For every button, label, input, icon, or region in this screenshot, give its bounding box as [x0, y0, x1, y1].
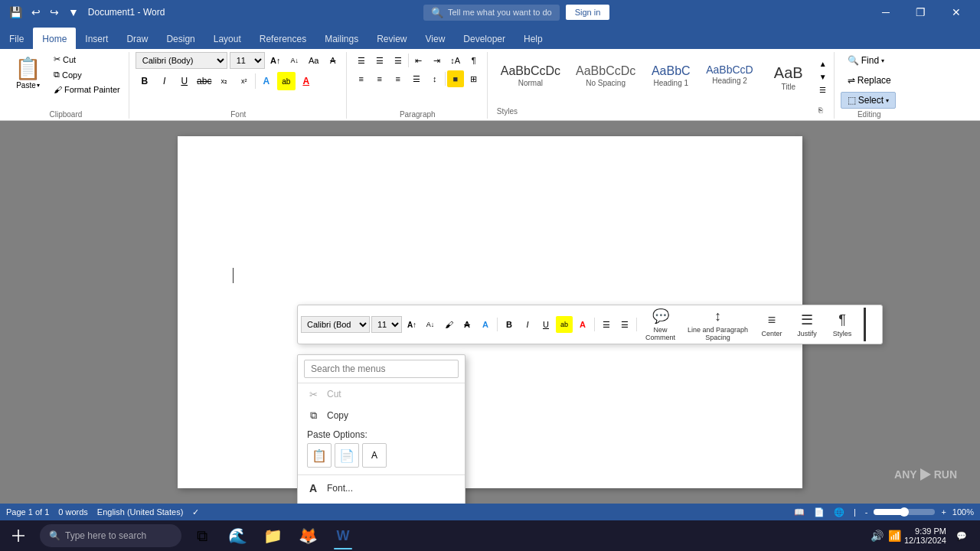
align-right-button[interactable]: ≡ [390, 70, 407, 87]
style-normal[interactable]: AaBbCcDc Normal [494, 60, 567, 94]
word-button[interactable]: W [325, 520, 361, 551]
tab-mailings[interactable]: Mailings [315, 28, 368, 49]
style-heading2[interactable]: AaBbCcD Heading 2 [699, 60, 760, 94]
context-copy[interactable]: ⧉ Copy [298, 405, 465, 426]
mt-bold-button[interactable]: B [501, 316, 518, 333]
shading-button[interactable]: ■ [447, 70, 464, 87]
multilevel-button[interactable]: ☰ [390, 52, 407, 69]
mt-new-comment-button[interactable]: 💬 NewComment [640, 308, 681, 341]
styles-scroll-down[interactable]: ▼ [817, 71, 829, 83]
tab-review[interactable]: Review [368, 28, 416, 49]
change-case-button[interactable]: Aa [305, 52, 322, 69]
network-icon[interactable]: 📶 [888, 530, 901, 542]
clear-format-button[interactable]: A [325, 52, 341, 69]
tab-file[interactable]: File [0, 28, 33, 49]
tab-view[interactable]: View [416, 28, 455, 49]
paste-icon-btn-3[interactable]: A [362, 443, 387, 468]
mt-clear-format-button[interactable]: A [459, 316, 475, 333]
mt-underline-button[interactable]: U [537, 316, 554, 333]
mt-highlight-button[interactable]: ab [556, 316, 573, 333]
zoom-in-button[interactable]: + [938, 507, 949, 517]
cut-button[interactable]: ✂ Cut [50, 52, 124, 67]
paste-icon-btn-2[interactable]: 📄 [335, 443, 359, 468]
mt-italic-button[interactable]: I [519, 316, 536, 333]
edge-button[interactable]: 🌊 [220, 520, 255, 551]
mt-text-effects-button[interactable]: A [477, 316, 494, 333]
bold-button[interactable]: B [136, 72, 154, 90]
minimize-button[interactable]: ─ [868, 0, 903, 24]
close-button[interactable]: ✕ [939, 0, 974, 24]
taskview-button[interactable]: ⧉ [185, 520, 220, 551]
paste-button[interactable]: 📋 Paste ▾ [8, 52, 48, 109]
print-layout-button[interactable]: 📄 [811, 507, 828, 517]
italic-button[interactable]: I [155, 72, 174, 90]
web-view-button[interactable]: 🌐 [831, 507, 848, 517]
styles-expand[interactable]: ☰ [817, 84, 829, 96]
tab-layout[interactable]: Layout [204, 28, 250, 49]
styles-scroll-up[interactable]: ▲ [817, 58, 829, 70]
notification-button[interactable]: 💬 [949, 520, 974, 551]
sort-button[interactable]: ↕A [447, 52, 464, 69]
underline-button[interactable]: U [175, 72, 194, 90]
align-left-button[interactable]: ≡ [353, 70, 370, 87]
justify-button[interactable]: ☰ [408, 70, 425, 87]
highlight-button[interactable]: ab [277, 72, 296, 90]
restore-button[interactable]: ❐ [903, 0, 939, 24]
firefox-button[interactable]: 🦊 [290, 520, 325, 551]
mt-font-select[interactable]: Calibri (Bod [301, 316, 370, 333]
tab-developer[interactable]: Developer [454, 28, 514, 49]
context-font[interactable]: A Font... [298, 478, 465, 499]
font-grow-button[interactable]: A↑ [267, 52, 284, 69]
replace-button[interactable]: ⇌ Replace [841, 72, 898, 89]
font-shrink-button[interactable]: A↓ [286, 52, 303, 69]
superscript-button[interactable]: x² [235, 72, 253, 90]
context-cut[interactable]: ✂ Cut [298, 383, 465, 405]
zoom-out-button[interactable]: - [862, 507, 871, 517]
font-size-select[interactable]: 11 [230, 52, 265, 69]
tab-references[interactable]: References [250, 28, 315, 49]
mt-styles-button[interactable]: ¶ Styles [825, 308, 859, 341]
line-spacing-button[interactable]: ↕ [426, 70, 443, 87]
mt-shrink-button[interactable]: A↓ [422, 316, 439, 333]
customize-button[interactable]: ▼ [65, 5, 82, 20]
show-hide-button[interactable]: ¶ [466, 52, 482, 69]
document-area[interactable]: Calibri (Bod 11 A↑ A↓ 🖌 A A B I U ab A ☰… [0, 121, 980, 504]
volume-icon[interactable]: 🔊 [871, 530, 884, 542]
redo-button[interactable]: ↪ [47, 5, 62, 20]
borders-button[interactable]: ⊞ [466, 70, 482, 87]
taskbar-search[interactable]: 🔍 [40, 524, 181, 547]
strikethrough-button[interactable]: abc [195, 72, 214, 90]
mt-justify-button[interactable]: ☰ Justify [790, 308, 824, 341]
tab-draw[interactable]: Draw [117, 28, 157, 49]
read-mode-button[interactable]: 📖 [791, 507, 808, 517]
explorer-button[interactable]: 📁 [255, 520, 290, 551]
tab-design[interactable]: Design [157, 28, 204, 49]
taskbar-search-input[interactable] [65, 530, 172, 541]
start-button[interactable] [0, 520, 37, 551]
decrease-indent-button[interactable]: ⇤ [410, 52, 427, 69]
mt-size-select[interactable]: 11 [371, 316, 402, 333]
tell-me-input[interactable]: Tell me what you want to do [448, 8, 552, 17]
align-center-button[interactable]: ≡ [371, 70, 388, 87]
text-effects-button[interactable]: A [257, 72, 276, 90]
copy-button[interactable]: ⧉ Copy [50, 67, 124, 82]
mt-grow-button[interactable]: A↑ [403, 316, 420, 333]
mt-format-painter-button[interactable]: 🖌 [440, 316, 457, 333]
bullets-button[interactable]: ☰ [353, 52, 370, 69]
context-paragraph[interactable]: ¶ Paragraph... [298, 499, 465, 504]
select-button[interactable]: ⬚ Select ▾ [841, 92, 896, 109]
tab-insert[interactable]: Insert [76, 28, 117, 49]
undo-button[interactable]: ↩ [28, 5, 44, 20]
font-name-select[interactable]: Calibri (Body) [136, 52, 227, 69]
save-button[interactable]: 💾 [6, 5, 25, 20]
mt-bullets-button[interactable]: ☰ [598, 316, 615, 333]
styles-dialog-button[interactable]: ⎘ [812, 102, 829, 119]
numbering-button[interactable]: ☰ [371, 52, 388, 69]
mt-line-spacing-button[interactable]: ↕ Line and ParagraphSpacing [682, 308, 753, 341]
clock[interactable]: 9:39 PM 12/13/2024 [904, 527, 946, 545]
context-search-input[interactable] [304, 360, 459, 378]
sign-in-button[interactable]: Sign in [566, 5, 610, 20]
increase-indent-button[interactable]: ⇥ [429, 52, 446, 69]
style-heading1[interactable]: AaBbC Heading 1 [644, 60, 697, 94]
paste-icon-btn-1[interactable]: 📋 [307, 443, 332, 468]
